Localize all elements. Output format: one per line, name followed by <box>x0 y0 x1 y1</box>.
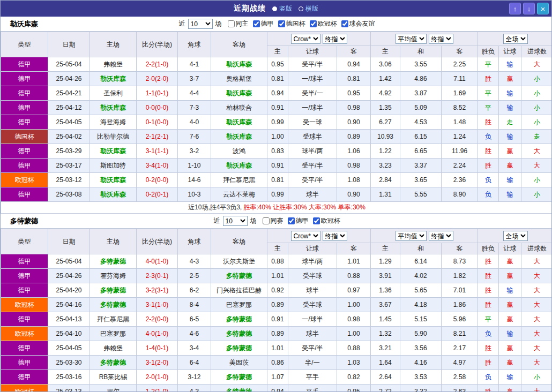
filter-checkbox-input[interactable] <box>263 217 270 224</box>
subcol-header: 让球 <box>288 243 337 254</box>
result-scope-header: 全场 <box>478 32 552 46</box>
filter-checkbox[interactable]: 德甲 <box>288 216 309 225</box>
league-badge: 德甲 <box>1 269 48 283</box>
filter-checkbox[interactable]: 欧冠杯 <box>313 216 340 225</box>
scope-select[interactable]: 全场 <box>503 34 528 44</box>
euro-home-odds: 2.84 <box>371 173 400 187</box>
goals-result: 小 <box>521 370 552 385</box>
col-score: 比分(半场) <box>137 229 178 254</box>
scroll-down-button[interactable]: ↓ <box>523 3 535 14</box>
subcol-header: 主 <box>267 46 288 57</box>
titlebar-buttons: ↑ ↓ × <box>509 3 549 14</box>
scope-select[interactable]: 全场 <box>503 231 528 241</box>
filter-checkbox-input[interactable] <box>278 20 285 27</box>
filter-checkbox-input[interactable] <box>253 20 260 27</box>
team-section: 勒沃库森近10场同主德甲德国杯欧冠杯球会友谊类型日期主场比分(半场)角球客场Cr… <box>1 17 551 214</box>
match-result: 胜 <box>478 385 499 392</box>
filter-checkbox-input[interactable] <box>228 20 235 27</box>
subcol-header: 进球数 <box>521 243 552 254</box>
asia-home-odds: 0.91 <box>267 101 288 115</box>
asia-home-odds: 0.94 <box>267 385 288 392</box>
goals-result: 大 <box>521 312 552 327</box>
away-team: 多特蒙德 <box>211 341 267 356</box>
team-sections-container: 勒沃库森近10场同主德甲德国杯欧冠杯球会友谊类型日期主场比分(半场)角球客场Cr… <box>1 17 551 392</box>
matches-table: 类型日期主场比分(半场)角球客场Crow*终指平均值终指全场主让球客主和客胜负让… <box>1 229 552 392</box>
filter-checkbox-input[interactable] <box>313 217 320 224</box>
asia-away-odds: 0.90 <box>337 187 371 202</box>
filter-checkbox[interactable]: 德国杯 <box>278 19 305 28</box>
corner-score: 14-6 <box>178 173 211 187</box>
match-date: 25-03-17 <box>48 159 90 173</box>
team-section: 多特蒙德近10场同赛德甲欧冠杯类型日期主场比分(半场)角球客场Crow*终指平均… <box>1 214 551 392</box>
subcol-header: 让球 <box>499 46 521 57</box>
bookmaker-select[interactable]: Crow* <box>291 231 320 241</box>
handicap-result: 赢 <box>499 385 521 392</box>
match-count-select[interactable]: 10 <box>188 19 213 29</box>
match-row: 德甲25-04-21圣保利1-1(0-1)4-4勒沃库森0.94受半/一0.95… <box>1 86 552 101</box>
euro-home-odds: 1.29 <box>371 254 400 269</box>
filter-checkbox-label: 球会友谊 <box>349 19 375 28</box>
away-team: 拜仁慕尼黑 <box>211 173 267 187</box>
corner-score: 6-2 <box>178 283 211 298</box>
corner-score: 4-3 <box>178 254 211 269</box>
euro-draw-odds: 5.65 <box>400 283 442 298</box>
euro-stage-select[interactable]: 终指 <box>429 34 453 44</box>
home-team: 勒沃库森 <box>90 72 137 86</box>
asia-away-odds: 0.97 <box>337 283 371 298</box>
asia-home-odds: 0.99 <box>267 187 288 202</box>
league-badge: 欧冠杯 <box>1 327 48 341</box>
euro-away-odds: 7.01 <box>442 283 478 298</box>
summary-row: 近10场,胜4平3负3, 胜率:40% 让胜率:30% 大率:30% 单率:30… <box>1 202 552 214</box>
handicap-result: 赢 <box>499 356 521 370</box>
euro-stage-select[interactable]: 终指 <box>429 231 453 241</box>
filter-checkbox-input[interactable] <box>310 20 317 27</box>
filter-checkbox[interactable]: 欧冠杯 <box>310 19 337 28</box>
filter-checkbox-label: 德国杯 <box>286 19 305 28</box>
goals-result: 小 <box>521 115 552 130</box>
handicap-result: 输 <box>499 283 521 298</box>
match-date: 25-04-26 <box>48 72 90 86</box>
subcol-header: 让球 <box>288 46 337 57</box>
subcol-header: 胜负 <box>478 243 499 254</box>
match-result: 负 <box>478 327 499 341</box>
handicap: 平手 <box>288 385 337 392</box>
away-team: 云达不莱梅 <box>211 187 267 202</box>
scroll-up-button[interactable]: ↑ <box>509 3 521 14</box>
euro-source-select[interactable]: 平均值 <box>396 34 427 44</box>
asia-away-odds: 0.88 <box>337 269 371 283</box>
filter-checkbox[interactable]: 同主 <box>228 19 249 28</box>
handicap-result: 输 <box>499 130 521 144</box>
home-team: 勒沃库森 <box>90 144 137 159</box>
handicap: 受球半 <box>288 130 337 144</box>
handicap-result: 赢 <box>499 254 521 269</box>
close-icon[interactable]: × <box>537 3 549 14</box>
col-score: 比分(半场) <box>137 32 178 57</box>
handicap: 受半球 <box>288 269 337 283</box>
asia-stage-select[interactable]: 终指 <box>323 231 347 241</box>
match-count-select[interactable]: 10 <box>223 216 248 226</box>
radio-vertical[interactable]: 竖版 <box>272 4 292 13</box>
bookmaker-select[interactable]: Crow* <box>291 34 320 44</box>
filter-checkbox[interactable]: 同赛 <box>263 216 284 225</box>
euro-away-odds: 1.48 <box>442 115 478 130</box>
filter-checkbox[interactable]: 德甲 <box>253 19 274 28</box>
radio-vertical-label: 竖版 <box>279 4 292 13</box>
handicap-result: 走 <box>499 115 521 130</box>
euro-home-odds: 1.42 <box>371 72 400 86</box>
filter-checkbox[interactable]: 球会友谊 <box>341 19 375 28</box>
asia-home-odds: 0.91 <box>267 159 288 173</box>
asia-stage-select[interactable]: 终指 <box>323 34 347 44</box>
filter-checkbox-input[interactable] <box>288 217 295 224</box>
euro-draw-odds: 3.56 <box>400 341 442 356</box>
home-team: 巴塞罗那 <box>90 327 137 341</box>
team-name: 勒沃库森 <box>10 19 38 29</box>
handicap-result: 输 <box>499 57 521 72</box>
euro-source-select[interactable]: 平均值 <box>396 231 427 241</box>
handicap-result: 输 <box>499 370 521 385</box>
filter-checkbox-input[interactable] <box>341 20 348 27</box>
radio-horizontal[interactable]: 横版 <box>299 4 318 13</box>
euro-home-odds: 1.22 <box>371 144 400 159</box>
match-result: 负 <box>478 187 499 202</box>
euro-away-odds: 7.11 <box>442 72 478 86</box>
games-label: 场 <box>250 216 257 225</box>
